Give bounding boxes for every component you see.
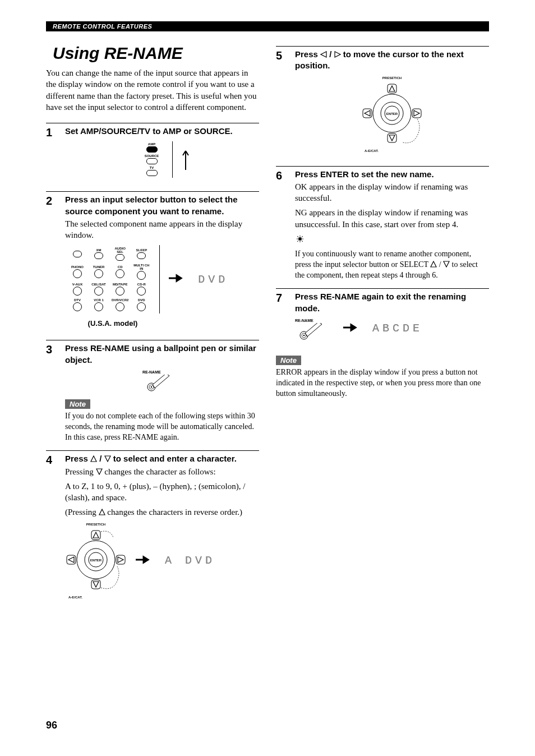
triangle-down-icon: [96, 467, 103, 476]
step-6-heading: Press ENTER to set the new name.: [295, 169, 489, 180]
btn-vaux-label: V-AUX: [72, 283, 82, 286]
selector-switch-graphic: AMP SOURCE TV: [135, 141, 173, 178]
btn-xm-label: XM: [96, 248, 102, 252]
step-3-note-label: Note: [65, 399, 90, 409]
rename-label: RE-NAME: [295, 319, 313, 322]
page-title: Using RE-NAME: [53, 44, 259, 63]
triangle-down-icon: [443, 260, 450, 269]
switch-tv-label: TV: [150, 166, 154, 169]
step-1: 1 Set AMP/SOURCE/TV to AMP or SOURCE. AM…: [46, 123, 259, 183]
step-3-heading: Press RE-NAME using a ballpoint pen or s…: [65, 343, 259, 366]
step-4-line3: (Pressing changes the characters in reve…: [65, 506, 259, 518]
dpad-bot-label: A-E/CAT.: [68, 596, 127, 599]
lightbulb-icon: [295, 236, 305, 245]
final-note-text: ERROR appears in the display window if y…: [276, 367, 489, 399]
step-7-diagram: RE-NAME ABCDE: [295, 319, 489, 339]
step-3: 3 Press RE-NAME using a ballpoint pen or…: [46, 340, 259, 442]
dpad-bot-label: A-E/CAT.: [365, 149, 423, 153]
switch-source-label: SOURCE: [145, 154, 159, 158]
step-4-number: 4: [46, 453, 57, 604]
btn-vcr1-label: VCR 1: [94, 298, 104, 302]
btn-mdtape-label: MD/TAPE: [113, 283, 128, 286]
btn-multichin-label: MULTI CH IN: [133, 264, 149, 270]
triangle-up-icon: [90, 454, 97, 463]
left-column: Using RE-NAME You can change the name of…: [46, 40, 259, 612]
arrow-right-icon: [343, 322, 363, 335]
step-5-diagram: PRESET/CH A-E/CAT.: [295, 76, 489, 153]
btn-dtv-label: DTV: [74, 298, 81, 302]
triangle-down-icon: [104, 454, 111, 463]
dpad-graphic: PRESET/CH A-E/CAT.: [65, 523, 127, 599]
dpad-graphic: PRESET/CH A-E/CAT.: [361, 76, 423, 153]
step-5-number: 5: [276, 49, 287, 158]
btn-dvd-label: DVD: [138, 298, 145, 302]
input-selector-grid: XM AUDIO SEL SLEEP PHONO TUNER CD MULTI …: [65, 245, 160, 314]
right-column: 5 Press / to move the cursor to the next…: [276, 40, 489, 612]
arrow-right-icon: [169, 273, 189, 285]
final-note-label: Note: [276, 356, 301, 365]
page-content: Using RE-NAME You can change the name of…: [46, 40, 489, 612]
step-1-heading: Set AMP/SOURCE/TV to AMP or SOURCE.: [65, 126, 259, 137]
btn-audiosel-label: AUDIO SEL: [115, 247, 126, 253]
step-1-diagram: AMP SOURCE TV: [65, 141, 259, 178]
step-1-number: 1: [46, 126, 57, 183]
step-4-line1: Pressing changes the character as follow…: [65, 466, 259, 477]
step-6-text2: NG appears in the display window if rena…: [295, 207, 489, 230]
rename-pen-button-graphic: RE-NAME: [295, 319, 334, 339]
step-7-lcd: ABCDE: [372, 322, 423, 335]
step-4-line2: A to Z, 1 to 9, 0, + (plus), – (hyphen),…: [65, 481, 259, 504]
triangle-up-icon: [430, 260, 437, 269]
btn-cd-label: CD: [118, 265, 123, 269]
step-3-note-text: If you do not complete each of the follo…: [65, 411, 259, 443]
step-6-number: 6: [276, 169, 287, 281]
btn-tuner-label: TUNER: [93, 265, 105, 269]
up-arrow-icon: [182, 147, 190, 172]
step-6-tip-text: If you continuously want to rename anoth…: [295, 249, 489, 281]
btn-cblsat-label: CBL/SAT: [91, 283, 106, 286]
intro-paragraph: You can change the name of the input sou…: [46, 67, 259, 113]
step-2-diagram: XM AUDIO SEL SLEEP PHONO TUNER CD MULTI …: [65, 245, 259, 314]
page-number: 96: [46, 720, 57, 731]
section-header: REMOTE CONTROL FEATURES: [46, 21, 489, 31]
step-2-text: The selected component name appears in t…: [65, 218, 259, 241]
step-2-lcd: DVD: [198, 273, 228, 286]
step-6: 6 Press ENTER to set the new name. OK ap…: [276, 166, 489, 281]
triangle-up-icon: [99, 508, 105, 517]
arrow-right-icon: [136, 555, 156, 567]
step-7-number: 7: [276, 291, 287, 344]
btn-phono-label: PHONO: [71, 265, 84, 269]
step-7: 7 Press RE-NAME again to exit the renami…: [276, 288, 489, 344]
step-6-text1: OK appears in the display window if rena…: [295, 181, 489, 204]
step-5-heading: Press / to move the cursor to the next p…: [295, 49, 489, 72]
step-3-diagram: RE-NAME: [65, 370, 259, 390]
step-5: 5 Press / to move the cursor to the next…: [276, 46, 489, 158]
triangle-right-icon: [334, 49, 341, 59]
step-7-heading: Press RE-NAME again to exit the renaming…: [295, 291, 489, 314]
step-2-heading: Press an input selector button to select…: [65, 194, 259, 217]
step-4: 4 Press / to select and enter a characte…: [46, 450, 259, 604]
btn-sleep-label: SLEEP: [136, 248, 147, 252]
final-note: Note ERROR appears in the display window…: [276, 352, 489, 399]
btn-power-icon: [73, 251, 82, 257]
btn-cdr-label: CD-R: [137, 283, 146, 286]
step-4-diagram: PRESET/CH A-E/CAT. A DVD: [65, 523, 259, 599]
model-caption: (U.S.A. model): [65, 319, 160, 328]
step-2: 2 Press an input selector button to sele…: [46, 191, 259, 332]
step-6-tip: [295, 233, 489, 246]
rename-label: RE-NAME: [142, 370, 161, 374]
step-4-lcd: A DVD: [165, 554, 215, 567]
step-3-number: 3: [46, 343, 57, 442]
step-2-number: 2: [46, 194, 57, 332]
btn-dvrvcr2-label: DVR/VCR2: [112, 298, 128, 302]
rename-pen-button-graphic: RE-NAME: [142, 370, 182, 390]
step-4-heading: Press / to select and enter a character.: [65, 453, 259, 464]
switch-amp-label: AMP: [148, 142, 155, 146]
triangle-left-icon: [320, 49, 327, 59]
